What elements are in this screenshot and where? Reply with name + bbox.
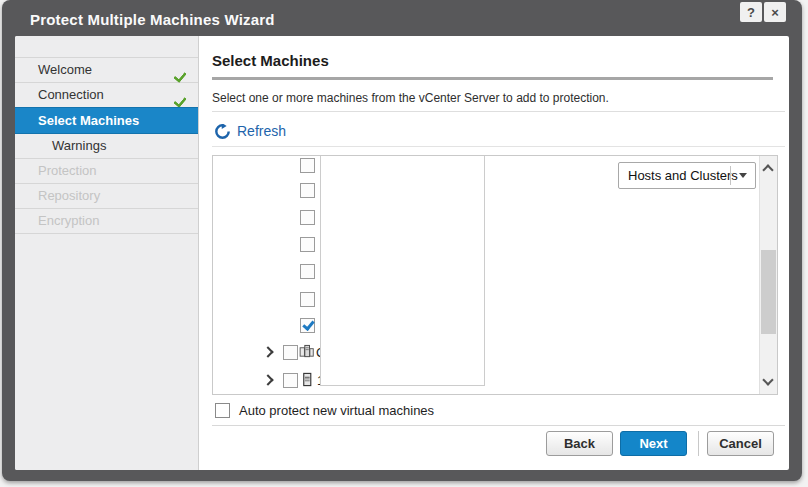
step-label: Connection bbox=[38, 87, 104, 102]
auto-protect-label: Auto protect new virtual machines bbox=[239, 403, 434, 418]
refresh-button[interactable]: Refresh bbox=[215, 121, 286, 141]
view-selector-value: Hosts and Clusters bbox=[628, 163, 738, 188]
list-scrollbar[interactable] bbox=[759, 156, 777, 394]
heading-divider bbox=[212, 77, 773, 80]
sidebar-item-protection: Protection bbox=[15, 159, 198, 184]
select-machines-panel: Select Machines Select one or more machi… bbox=[199, 36, 789, 470]
host-icon bbox=[300, 372, 315, 387]
divider bbox=[212, 111, 785, 112]
scroll-down-icon[interactable] bbox=[762, 374, 773, 385]
footer-divider bbox=[212, 425, 785, 426]
sidebar-item-warnings[interactable]: Warnings bbox=[15, 134, 198, 159]
machine-checkbox[interactable] bbox=[300, 210, 315, 225]
sidebar-item-connection[interactable]: Connection bbox=[15, 83, 198, 108]
host-checkbox[interactable] bbox=[283, 373, 298, 388]
refresh-icon bbox=[215, 124, 230, 139]
divider bbox=[212, 146, 785, 147]
wizard-body: Welcome Connection Select Machines Warni… bbox=[15, 36, 789, 470]
view-selector-dropdown[interactable]: Hosts and Clusters bbox=[618, 162, 756, 189]
step-label: Repository bbox=[38, 188, 100, 203]
page-description: Select one or more machines from the vCe… bbox=[212, 91, 609, 105]
wizard-window: Protect Multiple Machines Wizard ? × Wel… bbox=[2, 0, 802, 481]
refresh-label: Refresh bbox=[237, 123, 286, 139]
sidebar-item-repository: Repository bbox=[15, 184, 198, 209]
machine-tree-list[interactable]: C 1 Hosts and Clusters bbox=[212, 155, 778, 395]
sidebar-item-welcome[interactable]: Welcome bbox=[15, 57, 198, 83]
wizard-step-list: Welcome Connection Select Machines Warni… bbox=[15, 57, 198, 234]
close-button[interactable]: × bbox=[764, 2, 786, 22]
auto-protect-checkbox[interactable] bbox=[215, 403, 230, 418]
redacted-names-area bbox=[320, 156, 485, 386]
window-title: Protect Multiple Machines Wizard bbox=[30, 11, 275, 28]
scroll-up-icon[interactable] bbox=[762, 164, 773, 175]
page-title: Select Machines bbox=[212, 52, 329, 69]
dropdown-separator bbox=[730, 166, 731, 185]
check-icon bbox=[302, 318, 314, 331]
button-separator bbox=[698, 431, 699, 456]
scrollbar-thumb[interactable] bbox=[761, 250, 776, 334]
auto-protect-row: Auto protect new virtual machines bbox=[215, 403, 434, 418]
machine-checkbox[interactable] bbox=[300, 183, 315, 198]
step-label: Encryption bbox=[38, 213, 99, 228]
machine-checkbox[interactable] bbox=[300, 264, 315, 279]
help-button[interactable]: ? bbox=[740, 2, 762, 22]
machine-checkbox[interactable] bbox=[300, 292, 315, 307]
sidebar-item-select-machines[interactable]: Select Machines bbox=[15, 107, 198, 134]
machine-checkbox-checked[interactable] bbox=[300, 318, 315, 333]
step-label: Welcome bbox=[38, 62, 92, 77]
expand-chevron-icon[interactable] bbox=[262, 374, 273, 385]
cluster-checkbox[interactable] bbox=[283, 345, 298, 360]
cancel-button[interactable]: Cancel bbox=[707, 431, 774, 456]
step-label: Select Machines bbox=[38, 113, 139, 128]
machine-checkbox[interactable] bbox=[300, 237, 315, 252]
back-button[interactable]: Back bbox=[546, 431, 613, 456]
chevron-down-icon bbox=[739, 173, 747, 178]
sidebar-item-encryption: Encryption bbox=[15, 209, 198, 234]
next-button[interactable]: Next bbox=[620, 431, 687, 456]
step-label: Warnings bbox=[52, 138, 106, 153]
step-label: Protection bbox=[38, 163, 97, 178]
machine-checkbox[interactable] bbox=[300, 158, 315, 173]
expand-chevron-icon[interactable] bbox=[262, 346, 273, 357]
wizard-steps-sidebar: Welcome Connection Select Machines Warni… bbox=[15, 36, 199, 470]
window-controls: ? × bbox=[740, 2, 786, 22]
cluster-icon bbox=[299, 344, 314, 359]
